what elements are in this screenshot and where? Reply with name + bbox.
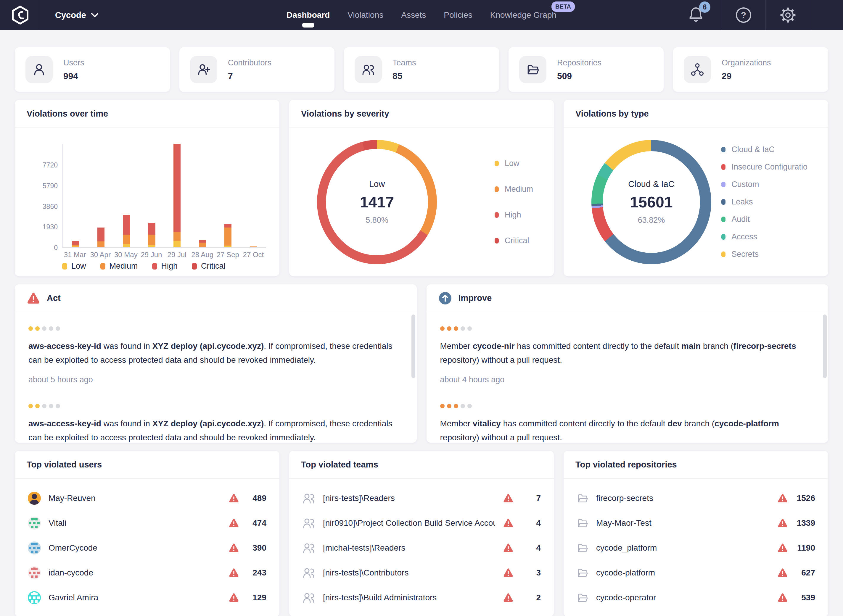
improve-feed: Member cycode-nir has committed content …	[426, 312, 828, 443]
bar-27-oct[interactable]	[241, 246, 266, 247]
tab-knowledge-graph[interactable]: Knowledge Graph BETA	[490, 10, 557, 20]
folder-icon	[577, 492, 589, 504]
bar-chart-y-axis: 01930386057907720	[15, 144, 58, 248]
legend-item-leaks[interactable]: Leaks	[721, 197, 808, 207]
legend-item-critical[interactable]: Critical	[192, 261, 226, 271]
warning-triangle-icon	[503, 593, 514, 603]
cycode-logo-icon	[10, 5, 30, 25]
act-feed-item[interactable]: aws-access-key-id was found in XYZ deplo…	[28, 404, 403, 443]
tab-dashboard[interactable]: Dashboard	[286, 10, 330, 20]
user-row[interactable]: May-Reuven 489	[28, 486, 266, 511]
tab-policies[interactable]: Policies	[444, 10, 472, 20]
violations-over-time-chart[interactable]: 01930386057907720 31 Mar30 Apr30 May29 J…	[15, 128, 279, 276]
warning-triangle-icon	[26, 292, 40, 305]
tab-assets[interactable]: Assets	[401, 10, 426, 20]
panel-title: Violations by severity	[289, 100, 554, 128]
bar-30-apr[interactable]	[88, 227, 114, 247]
user-row[interactable]: Vitali 474	[28, 511, 266, 535]
folder-icon	[577, 567, 589, 579]
team-icon	[355, 56, 382, 83]
legend-item-insecure-configuratio[interactable]: Insecure Configuratio	[721, 163, 808, 172]
feed-timestamp: about 4 hours ago	[440, 375, 815, 384]
legend-item-secrets[interactable]: Secrets	[721, 250, 808, 259]
team-row[interactable]: [nirs-tests]\Build Administrators 2	[302, 585, 541, 610]
stat-card-organizations[interactable]: Organizations 29	[673, 47, 828, 92]
act-scrollbar	[411, 314, 415, 440]
repo-row[interactable]: firecorp-secrets 1526	[577, 486, 815, 511]
top-violated-teams-panel: Top violated teams [nirs-tests]\Readers …	[289, 451, 554, 616]
violation-count: 3	[519, 568, 541, 578]
charts-row: Violations over time 01930386057907720 3…	[15, 100, 828, 276]
panel-title: Top violated repositories	[564, 451, 828, 479]
act-feed-item[interactable]: aws-access-key-id was found in XYZ deplo…	[28, 326, 403, 384]
bar-30-may[interactable]	[114, 215, 139, 247]
legend-item-high[interactable]: High	[495, 210, 533, 220]
user-row[interactable]: Gavriel Amira 129	[28, 585, 266, 610]
violations-by-severity-panel: Violations by severity Low 1417 5.80% Lo…	[289, 100, 554, 276]
legend-item-medium[interactable]: Medium	[495, 185, 533, 194]
panel-title: Violations by type	[564, 100, 828, 128]
violation-count: 627	[793, 568, 815, 578]
bar-28-aug[interactable]	[190, 240, 215, 247]
type-donut-chart[interactable]: Cloud & IaC 15601 63.82%	[591, 140, 711, 264]
help-button[interactable]: ?	[721, 0, 765, 30]
tab-violations[interactable]: Violations	[348, 10, 383, 20]
stat-card-users[interactable]: Users 994	[15, 47, 170, 92]
improve-feed-item[interactable]: Member vitalicy has committed content di…	[440, 404, 815, 443]
legend-item-low[interactable]: Low	[62, 261, 86, 271]
repo-name: firecorp-secrets	[596, 494, 653, 503]
warning-triangle-icon	[503, 493, 514, 503]
improve-scrollbar-thumb[interactable]	[823, 314, 827, 378]
bar-29-jun[interactable]	[139, 223, 164, 247]
repo-row[interactable]: cycode-operator 539	[577, 585, 815, 610]
panel-title: Top violated users	[15, 451, 279, 479]
severity-donut-body: Low 1417 5.80% LowMediumHighCritical	[289, 128, 554, 276]
team-icon	[302, 566, 315, 579]
warning-triangle-icon	[229, 568, 239, 578]
violation-count: 489	[244, 494, 266, 503]
legend-item-cloud-iac[interactable]: Cloud & IaC	[721, 145, 808, 154]
severity-legend: LowMediumHighCritical	[495, 151, 533, 254]
legend-item-low[interactable]: Low	[495, 159, 533, 168]
user-row[interactable]: idan-cycode 243	[28, 560, 266, 585]
legend-item-critical[interactable]: Critical	[495, 236, 533, 245]
stat-card-teams[interactable]: Teams 85	[344, 47, 499, 92]
improve-feed-item[interactable]: Member cycode-nir has committed content …	[440, 326, 815, 384]
beta-badge: BETA	[551, 1, 575, 12]
team-row[interactable]: [michal-tests]\Readers 4	[302, 535, 541, 560]
warning-triangle-icon	[503, 568, 514, 578]
svg-text:?: ?	[740, 10, 746, 20]
repo-row[interactable]: cycode-platform 627	[577, 560, 815, 585]
team-row[interactable]: [nir0910]\Project Collection Build Servi…	[302, 511, 541, 535]
warning-triangle-icon	[229, 543, 239, 553]
user-row[interactable]: OmerCycode 390	[28, 535, 266, 560]
bar-27-sep[interactable]	[215, 224, 241, 247]
stat-card-repositories[interactable]: Repositories 509	[508, 47, 664, 92]
settings-button[interactable]	[765, 0, 810, 30]
warning-triangle-icon	[229, 593, 239, 603]
team-row[interactable]: [nirs-tests]\Readers 7	[302, 486, 541, 511]
bar-29-jul[interactable]	[164, 144, 190, 247]
notifications-button[interactable]: 6	[671, 0, 721, 30]
violation-count: 7	[519, 494, 541, 503]
bar-chart-plot[interactable]	[62, 144, 266, 248]
violation-count: 539	[793, 593, 815, 603]
legend-item-medium[interactable]: Medium	[100, 261, 138, 271]
cycode-logo[interactable]	[0, 0, 40, 30]
legend-item-custom[interactable]: Custom	[721, 180, 808, 189]
team-name: [michal-tests]\Readers	[323, 543, 405, 553]
legend-item-audit[interactable]: Audit	[721, 215, 808, 224]
repo-row[interactable]: cycode_platform 1190	[577, 535, 815, 560]
legend-item-high[interactable]: High	[152, 261, 178, 271]
team-row[interactable]: [nirs-tests]\Contributors 3	[302, 560, 541, 585]
violations-over-time-panel: Violations over time 01930386057907720 3…	[15, 100, 279, 276]
repo-row[interactable]: May-Maor-Test 1339	[577, 511, 815, 535]
bar-31-mar[interactable]	[63, 241, 88, 247]
severity-donut-chart[interactable]: Low 1417 5.80%	[317, 140, 437, 264]
legend-item-access[interactable]: Access	[721, 232, 808, 241]
org-switcher[interactable]: Cycode	[55, 0, 98, 30]
stat-card-contributors[interactable]: Contributors 7	[179, 47, 335, 92]
act-scrollbar-thumb[interactable]	[411, 314, 415, 378]
feed-row: Act aws-access-key-id was found in XYZ d…	[15, 285, 828, 443]
type-donut-center: Cloud & IaC 15601 63.82%	[591, 140, 711, 264]
